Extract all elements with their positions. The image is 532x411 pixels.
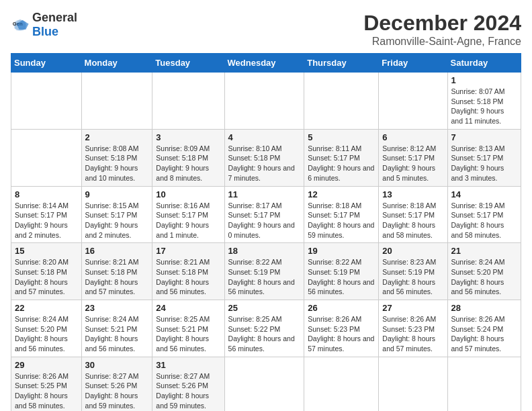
calendar-cell: 5 Sunrise: 8:11 AMSunset: 5:17 PMDayligh…: [304, 129, 379, 186]
day-number: 13: [382, 189, 443, 199]
day-detail: Sunrise: 8:26 AMSunset: 5:23 PMDaylight:…: [382, 315, 436, 353]
calendar-cell: [224, 357, 304, 411]
calendar-week-row: 29 Sunrise: 8:26 AMSunset: 5:25 PMDaylig…: [11, 357, 521, 411]
calendar-cell: 15 Sunrise: 8:20 AMSunset: 5:18 PMDaylig…: [11, 243, 82, 300]
header-sunday: Sunday: [11, 54, 82, 73]
main-title: December 2024: [363, 11, 521, 36]
calendar-cell: 31 Sunrise: 8:27 AMSunset: 5:26 PMDaylig…: [152, 357, 224, 411]
header-tuesday: Tuesday: [152, 54, 224, 73]
calendar-cell: 23 Sunrise: 8:24 AMSunset: 5:21 PMDaylig…: [81, 300, 152, 357]
day-number: 5: [308, 132, 375, 142]
calendar-week-row: 22 Sunrise: 8:24 AMSunset: 5:20 PMDaylig…: [11, 300, 521, 357]
calendar-cell: [379, 357, 447, 411]
calendar-cell: 19 Sunrise: 8:22 AMSunset: 5:19 PMDaylig…: [304, 243, 379, 300]
day-detail: Sunrise: 8:16 AMSunset: 5:17 PMDaylight:…: [156, 201, 210, 239]
day-number: 2: [85, 132, 149, 142]
day-number: 10: [156, 189, 220, 199]
day-detail: Sunrise: 8:23 AMSunset: 5:19 PMDaylight:…: [382, 258, 436, 295]
day-number: 20: [382, 246, 443, 256]
calendar-cell: [304, 357, 379, 411]
day-number: 29: [15, 360, 78, 370]
calendar-cell: [11, 129, 82, 186]
logo-general: General: [32, 11, 77, 24]
day-number: 25: [228, 303, 301, 313]
header-thursday: Thursday: [304, 54, 379, 73]
calendar-cell: 16 Sunrise: 8:21 AMSunset: 5:18 PMDaylig…: [81, 243, 152, 300]
day-number: 18: [228, 246, 301, 256]
day-number: 14: [451, 189, 517, 199]
calendar-cell: 24 Sunrise: 8:25 AMSunset: 5:21 PMDaylig…: [152, 300, 224, 357]
day-detail: Sunrise: 8:15 AMSunset: 5:17 PMDaylight:…: [85, 201, 139, 239]
header-monday: Monday: [81, 54, 152, 73]
calendar-week-row: 15 Sunrise: 8:20 AMSunset: 5:18 PMDaylig…: [11, 243, 521, 300]
day-detail: Sunrise: 8:26 AMSunset: 5:25 PMDaylight:…: [15, 372, 69, 410]
calendar-cell: 28 Sunrise: 8:26 AMSunset: 5:24 PMDaylig…: [447, 300, 521, 357]
day-number: 7: [451, 132, 517, 142]
day-number: 24: [156, 303, 220, 313]
calendar-cell: 12 Sunrise: 8:18 AMSunset: 5:17 PMDaylig…: [304, 186, 379, 243]
header-saturday: Saturday: [447, 54, 521, 73]
day-number: 22: [15, 303, 78, 313]
day-detail: Sunrise: 8:14 AMSunset: 5:17 PMDaylight:…: [15, 201, 69, 239]
day-number: 8: [15, 189, 78, 199]
calendar-cell: 22 Sunrise: 8:24 AMSunset: 5:20 PMDaylig…: [11, 300, 82, 357]
calendar-cell: 10 Sunrise: 8:16 AMSunset: 5:17 PMDaylig…: [152, 186, 224, 243]
calendar-cell: 18 Sunrise: 8:22 AMSunset: 5:19 PMDaylig…: [224, 243, 304, 300]
day-number: 1: [451, 75, 517, 85]
day-detail: Sunrise: 8:18 AMSunset: 5:17 PMDaylight:…: [382, 201, 436, 239]
day-detail: Sunrise: 8:22 AMSunset: 5:19 PMDaylight:…: [308, 258, 374, 295]
day-detail: Sunrise: 8:25 AMSunset: 5:22 PMDaylight:…: [228, 315, 295, 353]
calendar-cell: 2 Sunrise: 8:08 AMSunset: 5:18 PMDayligh…: [81, 129, 152, 186]
day-number: 28: [451, 303, 517, 313]
day-detail: Sunrise: 8:27 AMSunset: 5:26 PMDaylight:…: [156, 372, 210, 410]
calendar-cell: 6 Sunrise: 8:12 AMSunset: 5:17 PMDayligh…: [379, 129, 447, 186]
day-number: 9: [85, 189, 149, 199]
day-detail: Sunrise: 8:07 AMSunset: 5:18 PMDaylight:…: [451, 87, 505, 125]
day-number: 6: [382, 132, 443, 142]
logo-wordmark: General Blue: [32, 11, 77, 39]
calendar-week-row: 1 Sunrise: 8:07 AMSunset: 5:18 PMDayligh…: [11, 73, 521, 130]
day-number: 31: [156, 360, 220, 370]
day-detail: Sunrise: 8:08 AMSunset: 5:18 PMDaylight:…: [85, 144, 139, 182]
calendar-header-row: SundayMondayTuesdayWednesdayThursdayFrid…: [11, 54, 521, 73]
calendar-cell: 27 Sunrise: 8:26 AMSunset: 5:23 PMDaylig…: [379, 300, 447, 357]
logo-blue: Blue: [32, 25, 58, 38]
day-detail: Sunrise: 8:21 AMSunset: 5:18 PMDaylight:…: [85, 258, 139, 295]
day-detail: Sunrise: 8:26 AMSunset: 5:23 PMDaylight:…: [308, 315, 374, 353]
calendar-cell: 13 Sunrise: 8:18 AMSunset: 5:17 PMDaylig…: [379, 186, 447, 243]
day-detail: Sunrise: 8:10 AMSunset: 5:18 PMDaylight:…: [228, 144, 295, 182]
day-number: 26: [308, 303, 375, 313]
calendar-cell: 30 Sunrise: 8:27 AMSunset: 5:26 PMDaylig…: [81, 357, 152, 411]
day-detail: Sunrise: 8:24 AMSunset: 5:20 PMDaylight:…: [15, 315, 69, 353]
header-friday: Friday: [379, 54, 447, 73]
calendar-cell: [224, 73, 304, 130]
day-detail: Sunrise: 8:24 AMSunset: 5:20 PMDaylight:…: [451, 258, 505, 295]
day-detail: Sunrise: 8:22 AMSunset: 5:19 PMDaylight:…: [228, 258, 295, 295]
calendar-cell: 9 Sunrise: 8:15 AMSunset: 5:17 PMDayligh…: [81, 186, 152, 243]
calendar-cell: 4 Sunrise: 8:10 AMSunset: 5:18 PMDayligh…: [224, 129, 304, 186]
day-number: 12: [308, 189, 375, 199]
day-number: 21: [451, 246, 517, 256]
day-detail: Sunrise: 8:18 AMSunset: 5:17 PMDaylight:…: [308, 201, 374, 239]
day-detail: Sunrise: 8:12 AMSunset: 5:17 PMDaylight:…: [382, 144, 436, 182]
day-number: 30: [85, 360, 149, 370]
day-number: 15: [15, 246, 78, 256]
day-detail: Sunrise: 8:09 AMSunset: 5:18 PMDaylight:…: [156, 144, 210, 182]
day-detail: Sunrise: 8:25 AMSunset: 5:21 PMDaylight:…: [156, 315, 210, 353]
calendar-week-row: 8 Sunrise: 8:14 AMSunset: 5:17 PMDayligh…: [11, 186, 521, 243]
calendar-cell: 1 Sunrise: 8:07 AMSunset: 5:18 PMDayligh…: [447, 73, 521, 130]
calendar-cell: [447, 357, 521, 411]
day-number: 16: [85, 246, 149, 256]
calendar-cell: [11, 73, 82, 130]
calendar-cell: 3 Sunrise: 8:09 AMSunset: 5:18 PMDayligh…: [152, 129, 224, 186]
day-number: 4: [228, 132, 301, 142]
subtitle: Ramonville-Saint-Agne, France: [363, 36, 521, 48]
day-detail: Sunrise: 8:21 AMSunset: 5:18 PMDaylight:…: [156, 258, 210, 295]
calendar-cell: 7 Sunrise: 8:13 AMSunset: 5:17 PMDayligh…: [447, 129, 521, 186]
day-detail: Sunrise: 8:27 AMSunset: 5:26 PMDaylight:…: [85, 372, 139, 410]
calendar-cell: [379, 73, 447, 130]
calendar-cell: [81, 73, 152, 130]
calendar-cell: 14 Sunrise: 8:19 AMSunset: 5:17 PMDaylig…: [447, 186, 521, 243]
calendar-cell: 25 Sunrise: 8:25 AMSunset: 5:22 PMDaylig…: [224, 300, 304, 357]
calendar-cell: 8 Sunrise: 8:14 AMSunset: 5:17 PMDayligh…: [11, 186, 82, 243]
